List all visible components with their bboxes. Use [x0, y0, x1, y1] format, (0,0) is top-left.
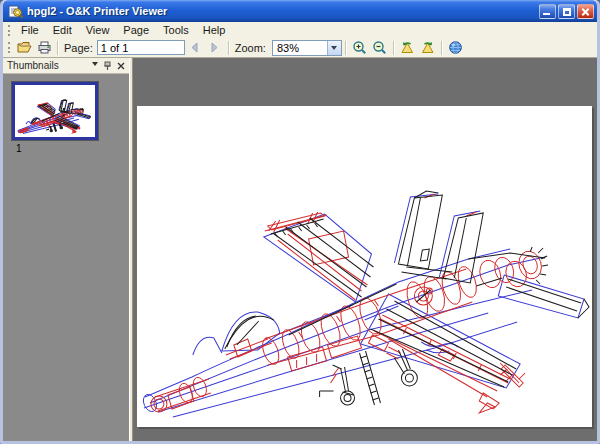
zoom-in-icon	[352, 40, 367, 55]
thumbnail-selection-border	[12, 82, 98, 140]
chevron-down-icon	[331, 46, 337, 53]
window-title: hpgl2 - O&K Printer Viewer	[27, 5, 537, 17]
app-icon	[7, 3, 23, 19]
zoom-combobox[interactable]: 83%	[272, 40, 342, 56]
print-icon	[37, 40, 52, 55]
page-label: Page:	[64, 42, 93, 54]
page-input[interactable]	[97, 40, 185, 55]
rotate-left-icon	[400, 40, 415, 55]
close-icon	[117, 62, 125, 70]
open-button[interactable]	[14, 39, 34, 57]
app-window: hpgl2 - O&K Printer Viewer File Edit Vie…	[0, 0, 600, 444]
maximize-icon	[563, 8, 571, 16]
thumbnail-page-number: 1	[16, 143, 129, 154]
toolbar-separator	[228, 41, 230, 55]
document-page	[137, 106, 592, 427]
close-button[interactable]	[577, 4, 594, 19]
toolbar-separator	[345, 41, 347, 55]
open-icon	[17, 40, 32, 55]
panel-pin-button[interactable]	[101, 60, 114, 72]
title-bar[interactable]: hpgl2 - O&K Printer Viewer	[3, 0, 597, 22]
about-icon	[448, 40, 463, 55]
panel-menu-button[interactable]	[88, 60, 101, 72]
chevron-down-icon	[92, 62, 98, 69]
menu-help[interactable]: Help	[196, 23, 233, 37]
print-button[interactable]	[34, 39, 54, 57]
pin-icon	[103, 61, 112, 71]
minimize-icon	[543, 13, 550, 15]
menu-bar: File Edit View Page Tools Help	[3, 22, 597, 38]
menu-file[interactable]: File	[14, 23, 46, 37]
minimize-button[interactable]	[539, 4, 556, 19]
about-button[interactable]	[446, 39, 466, 57]
zoom-out-icon	[372, 40, 387, 55]
thumbnail-item-1[interactable]	[11, 81, 99, 141]
prev-page-button[interactable]	[185, 39, 205, 57]
rotate-right-button[interactable]	[418, 39, 438, 57]
content-area: Thumbnails	[3, 58, 597, 441]
next-page-icon	[208, 41, 221, 54]
zoom-out-button[interactable]	[370, 39, 390, 57]
thumbnails-panel-title: Thumbnails	[7, 60, 88, 71]
aircraft-wireframe-drawing	[137, 106, 592, 427]
thumbnails-panel: Thumbnails	[3, 58, 129, 441]
menu-view[interactable]: View	[79, 23, 117, 37]
rotate-left-button[interactable]	[398, 39, 418, 57]
menu-edit[interactable]: Edit	[46, 23, 79, 37]
menubar-grip[interactable]	[8, 25, 11, 36]
viewer-canvas[interactable]	[133, 58, 597, 441]
toolbar-separator	[57, 41, 59, 55]
thumbnails-panel-header[interactable]: Thumbnails	[3, 58, 129, 74]
menu-tools[interactable]: Tools	[156, 23, 196, 37]
panel-close-button[interactable]	[114, 60, 127, 72]
toolbar-separator	[441, 41, 443, 55]
prev-page-icon	[188, 41, 201, 54]
toolbar-grip[interactable]	[8, 42, 11, 53]
rotate-right-icon	[420, 40, 435, 55]
toolbar: Page: Zoom: 83%	[3, 38, 597, 58]
zoom-label: Zoom:	[235, 42, 266, 54]
thumbnails-list: 1	[3, 74, 129, 441]
maximize-button[interactable]	[558, 4, 575, 19]
zoom-in-button[interactable]	[350, 39, 370, 57]
next-page-button[interactable]	[205, 39, 225, 57]
thumbnail-image	[17, 87, 91, 135]
zoom-value: 83%	[277, 42, 299, 54]
menu-page[interactable]: Page	[116, 23, 156, 37]
toolbar-separator	[393, 41, 395, 55]
zoom-dropdown-button[interactable]	[327, 41, 341, 55]
